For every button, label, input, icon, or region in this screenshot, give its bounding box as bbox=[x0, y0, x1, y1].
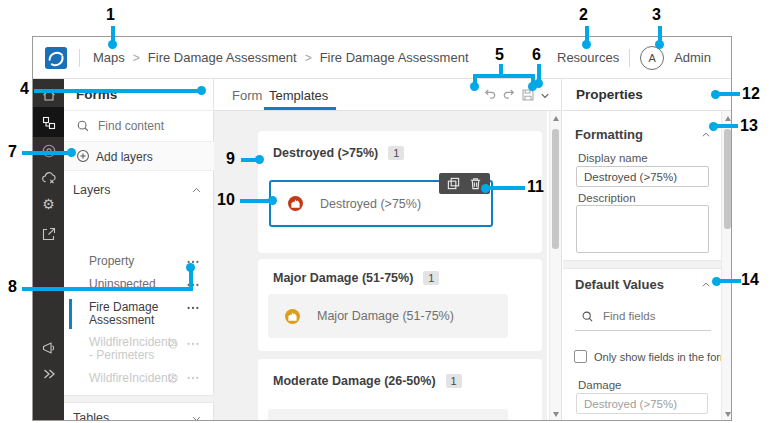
callout-line bbox=[34, 89, 200, 93]
callout-dot bbox=[712, 277, 721, 286]
callout-dot bbox=[470, 82, 479, 91]
breadcrumb-page-name: Fire Damage Assessment bbox=[320, 50, 469, 65]
chevron-up-icon[interactable] bbox=[701, 130, 711, 140]
group-count-badge: 1 bbox=[446, 374, 462, 388]
not-allowed-icon bbox=[167, 338, 179, 350]
template-label: Destroyed (>75%) bbox=[320, 197, 421, 211]
callout-number: 3 bbox=[652, 6, 661, 24]
selected-layer-indicator bbox=[69, 299, 72, 329]
templates-panel: Form Templates bbox=[214, 79, 562, 421]
breadcrumb: Maps > Fire Damage Assessment > Fire Dam… bbox=[93, 37, 469, 78]
add-layers-button[interactable]: Add layers bbox=[64, 142, 214, 171]
callout-number: 8 bbox=[8, 278, 17, 296]
overflow-menu-icon[interactable] bbox=[186, 303, 200, 313]
callout-number: 13 bbox=[740, 117, 758, 135]
callout-number: 11 bbox=[527, 178, 544, 196]
callout-number: 6 bbox=[532, 46, 541, 64]
resources-link[interactable]: Resources bbox=[557, 50, 619, 65]
templates-scrollbar[interactable] bbox=[549, 111, 561, 421]
active-tab-underline bbox=[264, 107, 336, 110]
breadcrumb-map-name[interactable]: Fire Damage Assessment bbox=[148, 50, 297, 65]
overflow-menu-icon[interactable] bbox=[186, 339, 200, 349]
template-card-moderate-damage[interactable]: Moderate Damage (26-50%) bbox=[268, 409, 508, 421]
app-window: Maps > Fire Damage Assessment > Fire Dam… bbox=[32, 36, 732, 421]
callout-dot bbox=[481, 184, 490, 193]
section-divider bbox=[64, 395, 214, 403]
callout-line bbox=[22, 151, 70, 155]
properties-scrollbar[interactable] bbox=[721, 111, 732, 421]
app-header: Maps > Fire Damage Assessment > Fire Dam… bbox=[33, 37, 731, 79]
layer-row-wildfire-perimeters[interactable]: WildfireIncidents - Perimeters bbox=[64, 333, 214, 365]
callout-dot bbox=[711, 90, 720, 99]
search-icon bbox=[581, 310, 594, 323]
redo-icon[interactable] bbox=[502, 88, 515, 101]
not-allowed-icon bbox=[167, 372, 179, 384]
esri-logo-icon[interactable] bbox=[45, 47, 67, 69]
callout-number: 12 bbox=[742, 85, 760, 103]
template-group-major-damage: Major Damage (51-75%) 1 Major Damage (51… bbox=[258, 259, 542, 351]
breadcrumb-maps[interactable]: Maps bbox=[93, 50, 125, 65]
callout-number: 4 bbox=[20, 80, 29, 98]
chevron-up-icon[interactable] bbox=[701, 280, 711, 290]
overflow-menu-icon[interactable] bbox=[186, 373, 200, 383]
properties-panel: Properties Formatting Display name Descr… bbox=[563, 79, 732, 421]
scrollbar-thumb[interactable] bbox=[724, 129, 731, 229]
templates-list: Destroyed (>75%) 1 Destroyed (>75%) bbox=[214, 111, 547, 421]
forms-icon[interactable] bbox=[40, 114, 57, 131]
duplicate-icon[interactable] bbox=[447, 177, 460, 190]
scrollbar-thumb[interactable] bbox=[552, 129, 559, 249]
damaged-house-icon bbox=[279, 418, 305, 421]
navigation-rail: ⚙ bbox=[33, 79, 64, 421]
only-show-fields-label: Only show fields in the form bbox=[594, 351, 729, 363]
chevron-down-icon bbox=[191, 413, 202, 421]
damaged-house-icon bbox=[282, 191, 308, 217]
group-title: Moderate Damage (26-50%) bbox=[273, 374, 436, 388]
share-icon[interactable] bbox=[40, 225, 57, 242]
damage-field-input[interactable] bbox=[576, 393, 708, 414]
template-card-major-damage[interactable]: Major Damage (51-75%) bbox=[268, 294, 508, 338]
find-content-search[interactable] bbox=[64, 111, 214, 142]
section-divider bbox=[563, 260, 721, 269]
layer-row-fire-damage-assessment[interactable]: Fire Damage Assessment bbox=[64, 297, 214, 331]
layer-row-wildfire-incidents[interactable]: WildfireIncidents bbox=[64, 369, 214, 391]
layer-name: Fire Damage Assessment bbox=[89, 301, 175, 327]
chevron-up-icon[interactable] bbox=[191, 185, 202, 196]
save-menu-chevron-icon[interactable] bbox=[540, 91, 550, 101]
feedback-megaphone-icon[interactable] bbox=[40, 339, 57, 356]
plus-circle-icon bbox=[76, 149, 90, 163]
tables-section-header[interactable]: Tables bbox=[64, 403, 214, 421]
search-input[interactable] bbox=[96, 117, 206, 135]
callout-dot bbox=[67, 148, 76, 157]
scroll-down-arrow[interactable] bbox=[553, 412, 559, 417]
callout-line bbox=[473, 74, 535, 78]
undo-icon[interactable] bbox=[484, 88, 497, 101]
callout-line bbox=[718, 92, 740, 96]
callout-number: 5 bbox=[495, 46, 504, 64]
forms-panel: Forms Add layers Layers bbox=[64, 79, 214, 421]
tab-form[interactable]: Form bbox=[232, 79, 262, 111]
callout-dot bbox=[197, 86, 206, 95]
scroll-down-arrow[interactable] bbox=[725, 412, 731, 417]
settings-gear-icon[interactable]: ⚙ bbox=[40, 195, 57, 212]
description-label: Description bbox=[578, 192, 636, 204]
scroll-up-arrow[interactable] bbox=[725, 116, 731, 121]
offline-icon[interactable] bbox=[40, 169, 57, 186]
callout-number: 1 bbox=[106, 6, 115, 24]
callout-number: 14 bbox=[741, 271, 759, 289]
breadcrumb-separator-icon: > bbox=[133, 51, 140, 65]
find-fields-input[interactable] bbox=[601, 307, 701, 325]
header-divider bbox=[629, 49, 630, 67]
user-menu[interactable]: Admin bbox=[674, 50, 711, 65]
callout-line bbox=[240, 199, 271, 203]
scroll-up-arrow[interactable] bbox=[553, 116, 559, 121]
tab-templates-label: Templates bbox=[269, 88, 328, 103]
user-avatar[interactable]: A bbox=[640, 46, 664, 70]
collapse-rail-icon[interactable] bbox=[40, 365, 57, 382]
display-name-input[interactable] bbox=[576, 166, 709, 187]
callout-line bbox=[487, 186, 525, 190]
description-textarea[interactable] bbox=[576, 205, 709, 253]
find-fields-search[interactable] bbox=[575, 303, 711, 331]
layers-section-header[interactable]: Layers bbox=[73, 183, 111, 197]
callout-dot bbox=[709, 122, 718, 131]
only-show-fields-checkbox[interactable] bbox=[574, 350, 587, 363]
